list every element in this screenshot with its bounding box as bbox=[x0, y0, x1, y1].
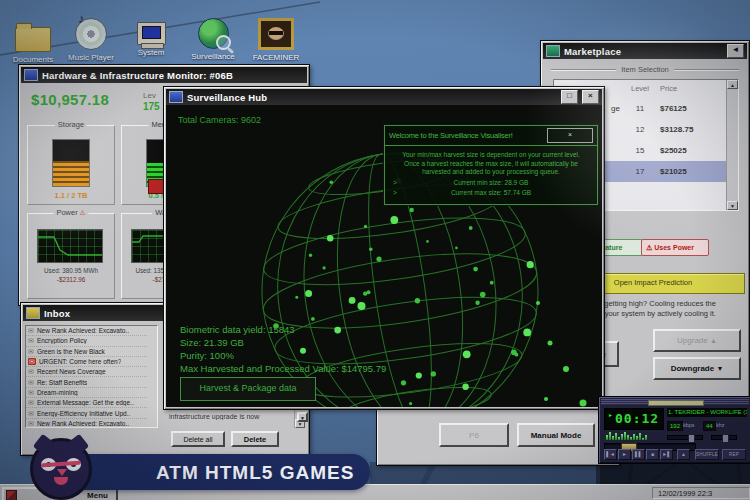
item-level: 12 bbox=[620, 125, 660, 134]
marketplace-scrollbar[interactable]: ▲ ▼ bbox=[726, 80, 738, 210]
inbox-item[interactable]: ✉New Rank Achieved: Excavato.. bbox=[26, 419, 147, 428]
spectrum-bar bbox=[645, 435, 647, 440]
face-photo-icon bbox=[258, 18, 294, 50]
power-group: Power ⚠ Used: 380.95 MWh -$2312.96 bbox=[27, 213, 115, 299]
item-level: 17 bbox=[620, 167, 660, 176]
desktop-icon-music-player[interactable]: ♪ Music Player bbox=[63, 18, 119, 62]
mail-icon-urgent: ✉ bbox=[28, 358, 36, 365]
desktop-icon-system[interactable]: System bbox=[123, 18, 179, 57]
dialog-close-button[interactable]: × bbox=[547, 128, 593, 143]
mail-subject: Energy-Efficiency Initiative Upd.. bbox=[37, 410, 130, 417]
icon-label: Documents bbox=[5, 55, 61, 64]
player-time-display: ► 00:12 bbox=[604, 408, 664, 430]
globe-icon bbox=[198, 18, 229, 49]
elapsed-time: 00:12 bbox=[615, 411, 659, 426]
level-column-header: Level bbox=[620, 84, 660, 93]
delete-button[interactable]: Delete bbox=[231, 431, 279, 447]
inbox-item[interactable]: ✉External Message: Get the edge.. bbox=[26, 398, 147, 408]
spectrum-bar bbox=[636, 436, 638, 440]
mail-scroll-down-button[interactable]: ▼ bbox=[297, 412, 308, 422]
spectrum-bar bbox=[633, 434, 635, 440]
item-price: $76125 bbox=[660, 104, 724, 113]
dialog-title: Welcome to the Surveillance Visualiser! bbox=[389, 131, 547, 140]
item-price: $3128.75 bbox=[660, 125, 724, 134]
inbox-item[interactable]: ✉Energy-Efficiency Initiative Upd.. bbox=[26, 408, 147, 418]
inbox-item[interactable]: ✉Green is the New Black bbox=[26, 347, 147, 357]
warning-icon: ⚠ bbox=[646, 244, 652, 252]
item-price: $25025 bbox=[660, 146, 724, 155]
desktop-icon-faceminer[interactable]: FACEMINER bbox=[248, 18, 304, 62]
storage-bar bbox=[52, 139, 90, 187]
spectrum-bar bbox=[606, 435, 608, 440]
prompt-arrow-icon: > bbox=[393, 189, 397, 196]
spectrum-bar bbox=[639, 433, 641, 440]
eject-button[interactable]: ▲ bbox=[677, 449, 690, 460]
music-note-icon: ♪ bbox=[78, 11, 85, 26]
power-cost: -$2312.96 bbox=[28, 276, 114, 283]
inbox-item[interactable]: ✉Encryption Policy bbox=[26, 336, 147, 346]
cd-icon: ♪ bbox=[75, 18, 107, 50]
restore-button[interactable]: □ bbox=[561, 90, 578, 104]
mail-icon: ✉ bbox=[28, 337, 34, 344]
mail-icon: ✉ bbox=[28, 327, 34, 334]
start-logo-icon bbox=[6, 490, 17, 500]
bitrate-unit: kbps bbox=[683, 422, 695, 428]
stop-button[interactable]: ■ bbox=[646, 449, 659, 460]
mail-subject: Re: Staff Benefits bbox=[37, 379, 87, 386]
storage-value: 1.1 / 2 TB bbox=[28, 191, 114, 200]
mail-subject: External Message: Get the edge.. bbox=[37, 399, 134, 406]
inbox-item[interactable]: ✉Re: Staff Benefits bbox=[26, 377, 147, 387]
desktop-icon-surveillance[interactable]: Surveillance bbox=[185, 18, 241, 61]
mail-subject: Green is the New Black bbox=[37, 348, 105, 355]
marketplace-titlebar[interactable]: Marketplace ◄ bbox=[543, 43, 747, 59]
track-title-marquee: 1. TEKRIDER - WORKLIFE (3:4 bbox=[667, 408, 747, 417]
balance-slider[interactable] bbox=[711, 435, 737, 440]
inbox-item[interactable]: ✉URGENT: Come here often? bbox=[26, 357, 147, 367]
shuffle-toggle[interactable]: SHUFFLE bbox=[695, 449, 719, 460]
harvest-package-button[interactable]: Harvest & Package data bbox=[180, 377, 316, 401]
icon-label: Music Player bbox=[63, 53, 119, 62]
processing-window: P6 Manual Mode bbox=[376, 406, 620, 466]
mail-body-text: infrastructure upgrade is now bbox=[169, 413, 297, 420]
warning-icon: ⚠ bbox=[80, 209, 86, 216]
mail-icon: ✉ bbox=[28, 389, 34, 396]
scroll-down-button[interactable]: ▼ bbox=[727, 201, 738, 210]
play-button[interactable]: ► bbox=[618, 449, 631, 460]
repeat-toggle[interactable]: REP bbox=[722, 449, 746, 460]
pause-button[interactable]: ▌▌ bbox=[632, 449, 645, 460]
mascot-nose bbox=[57, 469, 67, 476]
inbox-item[interactable]: ✉Recent News Coverage bbox=[26, 367, 147, 377]
inbox-item[interactable]: ✉New Rank Achieved: Excavato.. bbox=[26, 326, 147, 336]
window-button[interactable]: ◄ bbox=[727, 44, 744, 58]
max-size-value: Current max size: 57.74 GB bbox=[393, 189, 589, 198]
storage-label: Storage bbox=[55, 120, 87, 129]
volume-slider[interactable] bbox=[667, 435, 703, 440]
previous-button[interactable]: ▌◄ bbox=[604, 449, 617, 460]
next-button[interactable]: ►▌ bbox=[660, 449, 673, 460]
watermark-text: ATM HTML5 GAMES bbox=[156, 462, 354, 484]
secondary-mode-button[interactable]: P6 bbox=[439, 423, 509, 447]
spectrum-bar bbox=[630, 437, 632, 440]
desktop-icon-documents[interactable]: Documents bbox=[5, 18, 61, 64]
downgrade-button[interactable]: Downgrade ▼ bbox=[653, 357, 741, 380]
harvest-purity: Purity: 100% bbox=[180, 349, 386, 362]
upgrade-button[interactable]: Upgrade ▲ bbox=[653, 329, 741, 352]
cat-mascot-logo bbox=[30, 438, 92, 500]
manual-mode-button[interactable]: Manual Mode bbox=[517, 423, 595, 447]
mail-window-icon bbox=[26, 307, 40, 319]
mascot-mouth bbox=[54, 477, 68, 485]
spectrum-analyzer bbox=[606, 431, 662, 440]
dialog-body-line: Once a harvest reaches the max size, it … bbox=[393, 160, 589, 169]
player-titlebar[interactable] bbox=[601, 399, 749, 405]
icon-label: FACEMINER bbox=[248, 53, 304, 62]
inbox-item[interactable]: ✉Dream-mining bbox=[26, 388, 147, 398]
delete-all-button[interactable]: Delete all bbox=[171, 431, 225, 447]
surveillance-titlebar[interactable]: Surveillance Hub □ × bbox=[166, 89, 602, 105]
hardware-monitor-titlebar[interactable]: Hardware & Infrastructure Monitor: #06B bbox=[21, 67, 307, 83]
close-button[interactable]: × bbox=[582, 90, 599, 104]
level-value: 175 bbox=[143, 101, 160, 112]
mail-icon: ✉ bbox=[28, 368, 34, 375]
spectrum-bar bbox=[609, 432, 611, 440]
scroll-up-button[interactable]: ▲ bbox=[727, 80, 738, 89]
computer-icon bbox=[137, 22, 166, 45]
